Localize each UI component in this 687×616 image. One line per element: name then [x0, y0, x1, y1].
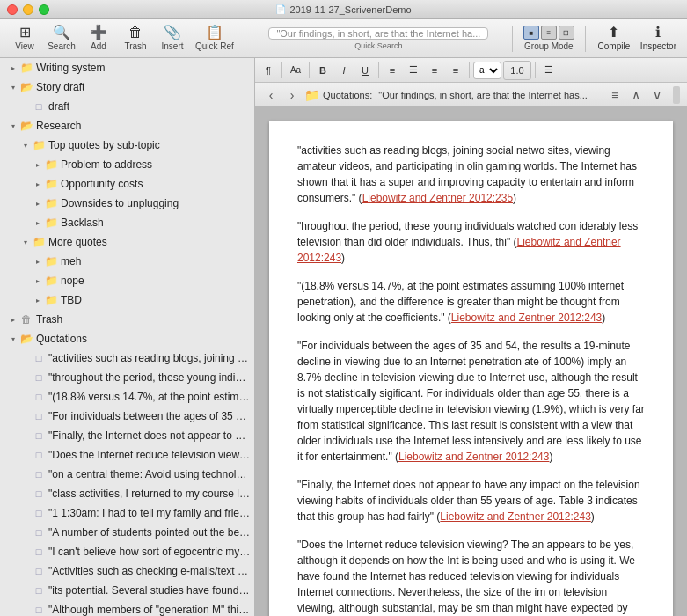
main-toolbar: ⊞ View 🔍 Search ➕ Add 🗑 Trash 📎 Insert 📋… — [0, 19, 687, 58]
folder-icon-problem: 📁 — [44, 158, 58, 172]
text-style-select[interactable]: a — [473, 62, 501, 79]
doc-icon-q2: □ — [32, 390, 46, 404]
sidebar-item-more-quotes[interactable]: 📁 More quotes — [0, 232, 254, 252]
doc-icon-q3: □ — [32, 409, 46, 423]
sidebar-quotation-item-1[interactable]: □ "throughout the period, these young in… — [0, 368, 254, 387]
stack-icon-research: 📂 — [19, 119, 33, 133]
arrow-research — [7, 120, 19, 132]
breadcrumb-folder-icon: 📁 — [304, 88, 319, 102]
list-button[interactable]: ☰ — [539, 61, 559, 80]
minimize-button[interactable] — [23, 4, 33, 15]
sidebar-item-nope[interactable]: 📁 nope — [0, 271, 254, 290]
folder-icon: 📁 — [19, 61, 33, 75]
nav-forward-button[interactable]: › — [283, 86, 301, 104]
sidebar-quotation-item-4[interactable]: □ "Finally, the Internet does not appear… — [0, 426, 254, 445]
italic-button[interactable]: I — [334, 61, 354, 80]
paragraph-style-button[interactable]: ¶ — [259, 61, 278, 80]
mode-icon-3: ⊞ — [559, 26, 574, 40]
sidebar-item-tbd[interactable]: 📁 TBD — [0, 290, 254, 310]
folder-icon-opportunity: 📁 — [44, 177, 58, 191]
quickref-button[interactable]: 📋 Quick Ref — [192, 23, 238, 55]
paragraph-4: "For individuals between the ages of 35 … — [297, 338, 645, 465]
sidebar-item-quotations[interactable]: 📂 Quotations — [0, 329, 254, 348]
align-center-button[interactable]: ☰ — [404, 61, 423, 80]
citation-link-3[interactable]: Liebowitz and Zentner 2012:243 — [451, 312, 602, 324]
view-icon: ⊞ — [19, 26, 31, 40]
close-button[interactable] — [7, 4, 18, 15]
inspector-button[interactable]: ℹ Inspector — [637, 23, 680, 55]
paragraph-1: "activities such as reading blogs, joini… — [297, 143, 645, 206]
sidebar-item-story-draft[interactable]: 📂 Story draft — [0, 77, 254, 97]
sidebar-item-research[interactable]: 📂 Research — [0, 116, 254, 136]
sidebar-item-opportunity-costs[interactable]: 📁 Opportunity costs — [0, 174, 254, 194]
sidebar-item-meh[interactable]: 📁 meh — [0, 252, 254, 271]
fmt-sep-5 — [535, 62, 536, 78]
titlebar: 📄 2019-11-27_ScrivenerDemo — [0, 0, 687, 19]
underline-button[interactable]: U — [355, 61, 375, 80]
sidebar-quotation-item-13[interactable]: □ "Although members of "generation M" th… — [0, 600, 254, 616]
right-toolbar-group: ⬆ Compile ℹ Inspector — [593, 23, 680, 55]
sidebar-item-draft[interactable]: □ draft — [0, 97, 254, 116]
sidebar-item-writing-system[interactable]: 📁 Writing system — [0, 58, 254, 77]
sidebar-quotation-item-11[interactable]: □ "Activities such as checking e-mails/t… — [0, 561, 254, 581]
arrow-problem — [32, 158, 44, 171]
sidebar-item-problem-address[interactable]: 📁 Problem to address — [0, 155, 254, 174]
compile-button[interactable]: ⬆ Compile — [593, 23, 635, 55]
split-handle — [673, 86, 680, 104]
doc-down-button[interactable]: ∨ — [648, 86, 666, 104]
insert-button[interactable]: 📎 Insert — [155, 23, 190, 55]
citation-link-5[interactable]: Liebowitz and Zentner 2012:243 — [440, 510, 590, 523]
sidebar-quotation-item-8[interactable]: □ "1 1:30am: I had to tell my family and… — [0, 503, 254, 523]
nav-back-button[interactable]: ‹ — [262, 86, 280, 104]
bold-button[interactable]: B — [313, 61, 333, 80]
view-button[interactable]: ⊞ View — [7, 23, 42, 55]
align-right-button[interactable]: ≡ — [425, 61, 444, 80]
folder-icon-more-quotes: 📁 — [32, 235, 46, 249]
sidebar-item-trash[interactable]: 🗑 Trash — [0, 310, 254, 329]
sidebar-quotation-item-7[interactable]: □ "class activities, I returned to my co… — [0, 484, 254, 503]
doc-scroll-area[interactable]: "activities such as reading blogs, joini… — [255, 107, 687, 616]
citation-link-4[interactable]: Liebowitz and Zentner 2012:243 — [398, 451, 549, 463]
sidebar-quotation-item-5[interactable]: □ "Does the Internet reduce television v… — [0, 445, 254, 465]
compile-icon: ⬆ — [608, 26, 619, 40]
sidebar-quotation-item-10[interactable]: □ "I can't believe how sort of egocentri… — [0, 542, 254, 561]
sidebar-binder: 📁 Writing system 📂 Story draft □ draft 📂… — [0, 58, 255, 616]
sidebar-quotation-item-12[interactable]: □ "its potential. Several studies have f… — [0, 581, 254, 600]
arrow-opportunity — [32, 178, 44, 190]
maximize-button[interactable] — [39, 4, 49, 15]
sidebar-quotation-item-6[interactable]: □ "on a central theme: Avoid using techn… — [0, 465, 254, 484]
doc-breadcrumb: 📁 Quotations: "Our findings, in short, a… — [304, 88, 603, 102]
search-input[interactable]: "Our findings, in short, are that the In… — [268, 27, 488, 40]
doc-up-button[interactable]: ∧ — [627, 86, 645, 104]
arrow-story-draft — [7, 81, 19, 93]
doc-icon-q5: □ — [32, 448, 46, 462]
doc-icon-q1: □ — [32, 370, 46, 385]
doc-icon-q9: □ — [32, 525, 46, 539]
format-toolbar: ¶ Aa B I U ≡ ☰ ≡ ≡ a 1.0 ☰ — [255, 58, 687, 83]
fmt-sep-1 — [281, 62, 282, 78]
citation-link-2[interactable]: Liebowitz and Zentner 2012:243 — [297, 236, 621, 264]
text-size-input[interactable]: 1.0 — [503, 61, 531, 80]
folder-icon-meh: 📁 — [44, 254, 58, 268]
sidebar-quotation-item-2[interactable]: □ "(18.8% versus 14.7%, at the point est… — [0, 387, 254, 407]
arrow-nope — [32, 275, 44, 287]
font-size-button[interactable]: Aa — [286, 61, 305, 80]
trash-toolbar-button[interactable]: 🗑 Trash — [118, 23, 153, 55]
toolbar-sep-2 — [512, 26, 513, 52]
sidebar-item-backlash[interactable]: 📁 Backlash — [0, 213, 254, 232]
group-mode-button[interactable]: ■ ≡ ⊞ Group Mode — [520, 23, 578, 55]
sidebar-quotation-item-0[interactable]: □ "activities such as reading blogs, joi… — [0, 348, 254, 368]
doc-icon-q8: □ — [32, 506, 46, 520]
align-left-button[interactable]: ≡ — [383, 61, 402, 80]
align-justify-button[interactable]: ≡ — [446, 61, 465, 80]
doc-header-bar: ‹ › 📁 Quotations: "Our findings, in shor… — [255, 83, 687, 107]
citation-link-1[interactable]: Liebowitz and Zentner 2012:235 — [362, 192, 513, 204]
sidebar-item-downsides-unplugging[interactable]: 📁 Downsides to unplugging — [0, 194, 254, 213]
doc-menu-button[interactable]: ≡ — [606, 86, 624, 104]
add-button[interactable]: ➕ Add — [81, 23, 116, 55]
sidebar-quotation-item-3[interactable]: □ "For individuals between the ages of 3… — [0, 407, 254, 426]
group-mode-icons: ■ ≡ ⊞ — [523, 26, 574, 40]
search-button[interactable]: 🔍 Search — [44, 23, 79, 55]
sidebar-quotation-item-9[interactable]: □ "A number of students pointed out the … — [0, 523, 254, 542]
sidebar-item-top-quotes[interactable]: 📁 Top quotes by sub-topic — [0, 136, 254, 155]
